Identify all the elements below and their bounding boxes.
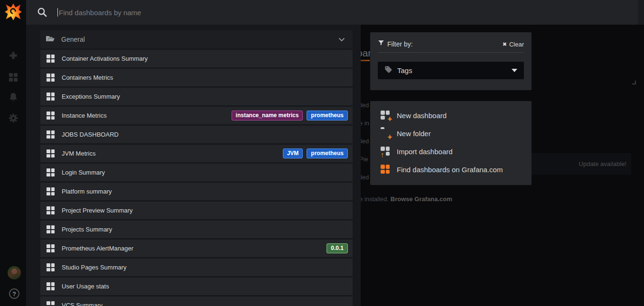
search-icon [36, 6, 48, 20]
menu-item-find-dashboards-on-grafana-com[interactable]: Find dashboards on Grafana.com [370, 160, 532, 178]
dashboard-name: Studio Pages Summary [62, 264, 127, 271]
folder-open-icon [46, 35, 55, 44]
search-bar [26, 0, 644, 25]
dashboard-name: Containers Metrics [62, 74, 113, 81]
panel-resize-handle-icon [632, 81, 636, 84]
dashboard-grid-icon [47, 301, 55, 306]
alerting-bell-icon[interactable] [8, 92, 19, 103]
folder-section-label: General [61, 36, 85, 43]
dashboard-grid-icon [47, 187, 55, 195]
topbar-right-shade [638, 0, 644, 25]
caret-down-icon [512, 69, 517, 72]
dashboard-name: Platform summary [62, 188, 112, 195]
grafana-logo-icon[interactable] [5, 3, 22, 20]
background-text-fragment: lled [359, 138, 369, 145]
dashboard-tag[interactable]: JVM [283, 148, 303, 158]
dashboards-icon[interactable] [8, 72, 19, 83]
dashboard-grid-icon [47, 130, 55, 139]
dashboard-grid-icon [47, 55, 55, 63]
dashboard-grid-icon [47, 93, 55, 101]
dashboard-tags: 0.0.1 [327, 243, 348, 253]
new-folder-icon [381, 129, 390, 138]
dashboard-row[interactable]: JVM Metrics JVMprometheus [40, 145, 353, 162]
dashboard-tags: JVMprometheus [283, 148, 348, 158]
dashboard-name: User Usage stats [62, 283, 109, 290]
dashboard-name: JOBS DASHBOARD [62, 131, 119, 138]
dashboard-row[interactable]: Projects Summary [40, 221, 353, 238]
menu-item-new-dashboard[interactable]: New dashboard [370, 106, 532, 124]
background-text-fragment: e in [359, 120, 369, 127]
menu-item-label: Find dashboards on Grafana.com [397, 166, 503, 174]
dashboard-row[interactable]: Prometheus AlertManager 0.0.1 [40, 240, 353, 257]
dashboard-name: Prometheus AlertManager [62, 245, 133, 252]
import-dashboard-icon [381, 147, 390, 156]
dashboard-grid-icon [47, 225, 55, 233]
sidebar: ? [0, 0, 26, 306]
dashboard-name: Project Preview Summary [62, 207, 133, 214]
filter-header: Filter by: ✖ Clear [378, 32, 524, 53]
dashboard-row[interactable]: Login Summary [40, 164, 353, 181]
dashboard-row[interactable]: VCS Summary [40, 297, 353, 306]
menu-item-label: Import dashboard [397, 148, 453, 156]
tags-filter-select[interactable]: Tags [378, 62, 524, 79]
dashboard-row[interactable]: Project Preview Summary [40, 202, 353, 219]
clear-label: Clear [509, 41, 524, 48]
dashboard-row[interactable]: Platform summary [40, 183, 353, 200]
actions-menu: New dashboard New folder Import dashboar… [370, 101, 532, 185]
dashboard-row[interactable]: Studio Pages Summary [40, 259, 353, 276]
dashboard-name: Exceptions Summary [62, 93, 120, 100]
dashboard-name: Projects Summary [62, 226, 112, 233]
background-text-fragment: lled [359, 102, 369, 109]
dashboard-grid-icon [47, 244, 55, 252]
dashboard-name: Instance Metrics [62, 112, 107, 119]
update-available-badge: Update available! [531, 153, 631, 175]
dashboard-name: Container Activations Summary [62, 55, 148, 62]
grafana-com-icon [381, 165, 390, 174]
dashboard-row[interactable]: Container Activations Summary [40, 50, 353, 67]
dashboard-grid-icon [47, 74, 55, 82]
dashboard-row[interactable]: Exceptions Summary [40, 88, 353, 105]
dashboard-grid-icon [47, 149, 55, 158]
help-icon[interactable]: ? [9, 288, 19, 299]
menu-item-import-dashboard[interactable]: Import dashboard [370, 142, 532, 160]
tags-select-value: Tags [397, 66, 412, 74]
dashboard-row[interactable]: JOBS DASHBOARD [40, 126, 353, 143]
dashboard-tag[interactable]: 0.0.1 [327, 243, 348, 253]
settings-gear-icon[interactable] [8, 112, 19, 124]
search-input[interactable] [59, 0, 486, 25]
dashboard-row[interactable]: Instance Metrics instance_name metricspr… [40, 107, 353, 124]
dashboard-name: Login Summary [62, 169, 105, 176]
dashboard-tag[interactable]: instance_name metrics [232, 111, 303, 121]
dashboard-grid-icon [47, 206, 55, 214]
create-plus-icon[interactable] [8, 50, 19, 61]
dashboard-name: VCS Summary [62, 302, 103, 306]
dashboard-tag[interactable]: prometheus [307, 111, 348, 121]
dashboard-row[interactable]: Containers Metrics [40, 69, 353, 86]
background-browse-line: e installed. Browse Grafana.com [359, 195, 452, 203]
user-avatar[interactable] [8, 266, 21, 279]
menu-item-new-folder[interactable]: New folder [370, 124, 532, 142]
background-installed-text: e installed. [359, 195, 391, 203]
dashboard-grid-icon [47, 168, 55, 176]
browse-grafana-link: Browse Grafana.com [391, 195, 452, 203]
menu-item-label: New folder [397, 130, 431, 138]
search-results: General Container Activations Summary Co… [40, 30, 353, 306]
funnel-icon [378, 39, 384, 48]
menu-item-label: New dashboard [397, 111, 447, 120]
tag-icon [384, 65, 392, 75]
dashboard-grid-icon [47, 263, 55, 271]
text-cursor [57, 8, 58, 17]
folder-section-header[interactable]: General [40, 30, 353, 48]
background-text-fragment: lled [359, 174, 369, 181]
filter-panel: Filter by: ✖ Clear Tags [370, 32, 532, 90]
dashboard-tags: instance_name metricsprometheus [232, 111, 348, 121]
clear-filter-button[interactable]: ✖ Clear [503, 41, 524, 48]
dashboard-tag[interactable]: prometheus [307, 148, 348, 158]
clear-x-icon: ✖ [503, 41, 507, 47]
chevron-down-icon [338, 35, 345, 44]
dashboard-grid-icon [47, 111, 55, 120]
dashboard-name: JVM Metrics [62, 150, 96, 157]
new-dashboard-icon [381, 111, 390, 120]
dashboard-row[interactable]: User Usage stats [40, 278, 353, 295]
dashboard-grid-icon [47, 282, 55, 290]
